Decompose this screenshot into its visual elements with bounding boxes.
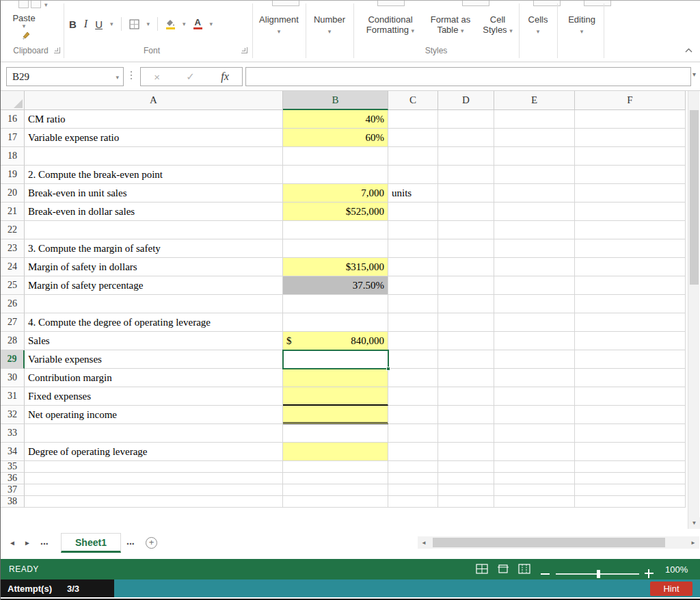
column-header-e[interactable]: E <box>494 91 575 110</box>
cell-C27[interactable] <box>388 313 438 332</box>
underline-button[interactable]: U <box>95 18 103 30</box>
zoom-level[interactable]: 100% <box>665 564 688 575</box>
zoom-in-icon[interactable] <box>645 569 654 578</box>
cell-B20[interactable]: 7,000 <box>283 184 388 203</box>
cell-A25[interactable]: Margin of safety percentage <box>25 276 283 295</box>
row-header-30[interactable]: 30 <box>1 369 25 387</box>
cell-C28[interactable] <box>388 332 438 350</box>
cell-F28[interactable] <box>575 332 686 350</box>
chevron-down-icon[interactable]: ▾ <box>116 75 119 80</box>
cell-F33[interactable] <box>575 424 686 443</box>
row-header-28[interactable]: 28 <box>1 332 25 350</box>
cell-D23[interactable] <box>438 239 494 258</box>
cell-C24[interactable] <box>388 258 438 276</box>
cell-B33[interactable] <box>283 424 388 443</box>
horizontal-scrollbar-track[interactable] <box>430 536 687 549</box>
alignment-button[interactable]: Alignment ▾ <box>256 14 301 34</box>
cell-B28[interactable]: $840,000 <box>283 332 388 350</box>
insert-function-icon[interactable]: fx <box>221 70 229 83</box>
scroll-right-icon[interactable]: ► <box>687 536 699 549</box>
row-header-23[interactable]: 23 <box>1 239 25 258</box>
cell-B27[interactable] <box>283 313 388 332</box>
column-header-d[interactable]: D <box>438 91 494 110</box>
format-painter-icon[interactable] <box>21 29 32 40</box>
cell-E24[interactable] <box>494 258 575 276</box>
horizontal-scrollbar[interactable]: ◄ ► <box>418 536 699 549</box>
cell-C36[interactable] <box>388 473 438 484</box>
italic-button[interactable]: I <box>84 18 88 30</box>
chevron-down-icon[interactable]: ▾ <box>210 21 213 27</box>
row-header-34[interactable]: 34 <box>1 443 25 461</box>
row-header-27[interactable]: 27 <box>1 313 25 332</box>
cell-C23[interactable] <box>388 239 438 258</box>
cell-C33[interactable] <box>388 424 438 443</box>
font-dialog-launcher-icon[interactable] <box>241 47 247 53</box>
zoom-slider-thumb[interactable] <box>597 570 600 578</box>
cell-D30[interactable] <box>438 369 494 387</box>
zoom-out-icon[interactable] <box>541 573 550 575</box>
cell-C29[interactable] <box>388 350 438 369</box>
collapse-ribbon-icon[interactable] <box>684 47 693 53</box>
cell-F24[interactable] <box>575 258 686 276</box>
cell-E35[interactable] <box>494 461 575 473</box>
column-header-a[interactable]: A <box>25 91 283 110</box>
cell-E22[interactable] <box>494 221 575 239</box>
cell-F36[interactable] <box>575 473 686 484</box>
cell-D22[interactable] <box>438 221 494 239</box>
cell-D24[interactable] <box>438 258 494 276</box>
cell-F16[interactable] <box>575 110 686 129</box>
cell-B29[interactable] <box>283 350 388 369</box>
paste-button[interactable]: Paste ▾ <box>8 13 40 29</box>
enter-icon[interactable]: ✓ <box>186 70 195 83</box>
fill-color-button[interactable] <box>165 19 175 29</box>
cell-A30[interactable]: Contribution margin <box>25 369 283 387</box>
tab-scroll-left-icon[interactable]: ◄ <box>9 539 16 547</box>
cell-A36[interactable] <box>25 473 283 484</box>
cell-D37[interactable] <box>438 484 494 496</box>
borders-icon[interactable] <box>129 19 139 29</box>
cell-A26[interactable] <box>25 295 283 313</box>
cell-F27[interactable] <box>575 313 686 332</box>
cell-F37[interactable] <box>575 484 686 496</box>
cell-F23[interactable] <box>575 239 686 258</box>
cell-E21[interactable] <box>494 203 575 221</box>
vertical-scrollbar[interactable]: ▼ <box>688 91 699 529</box>
cell-D33[interactable] <box>438 424 494 443</box>
cell-C34[interactable] <box>388 443 438 461</box>
cell-D35[interactable] <box>438 461 494 473</box>
formula-bar-grip[interactable] <box>131 71 132 73</box>
cell-A22[interactable] <box>25 221 283 239</box>
cell-F18[interactable] <box>575 147 686 166</box>
row-header-18[interactable]: 18 <box>1 147 25 166</box>
cell-C19[interactable] <box>388 166 438 184</box>
cell-F35[interactable] <box>575 461 686 473</box>
cell-F19[interactable] <box>575 166 686 184</box>
cell-A17[interactable]: Variable expense ratio <box>25 129 283 147</box>
cell-A20[interactable]: Break-even in unit sales <box>25 184 283 203</box>
cell-E36[interactable] <box>494 473 575 484</box>
cell-B24[interactable]: $315,000 <box>283 258 388 276</box>
cell-A21[interactable]: Break-even in dollar sales <box>25 203 283 221</box>
cell-C38[interactable] <box>388 496 438 508</box>
row-header-32[interactable]: 32 <box>1 406 25 424</box>
cell-B26[interactable] <box>283 295 388 313</box>
cell-A38[interactable] <box>25 496 283 508</box>
cell-C30[interactable] <box>388 369 438 387</box>
row-header-29[interactable]: 29 <box>1 350 25 369</box>
chevron-down-icon[interactable]: ▾ <box>147 21 150 27</box>
cell-E25[interactable] <box>494 276 575 295</box>
cell-F17[interactable] <box>575 129 686 147</box>
row-header-17[interactable]: 17 <box>1 129 25 147</box>
cell-F26[interactable] <box>575 295 686 313</box>
row-header-24[interactable]: 24 <box>1 258 25 276</box>
name-box[interactable]: B29 ▾ <box>6 67 124 86</box>
row-header-20[interactable]: 20 <box>1 184 25 203</box>
cell-E32[interactable] <box>494 406 575 424</box>
editing-button[interactable]: Editing ▾ <box>561 14 602 34</box>
cell-D25[interactable] <box>438 276 494 295</box>
cell-C32[interactable] <box>388 406 438 424</box>
tab-sheet1[interactable]: Sheet1 <box>61 533 121 553</box>
row-header-19[interactable]: 19 <box>1 166 25 184</box>
select-all-corner[interactable] <box>1 91 25 110</box>
cell-B38[interactable] <box>283 496 388 508</box>
